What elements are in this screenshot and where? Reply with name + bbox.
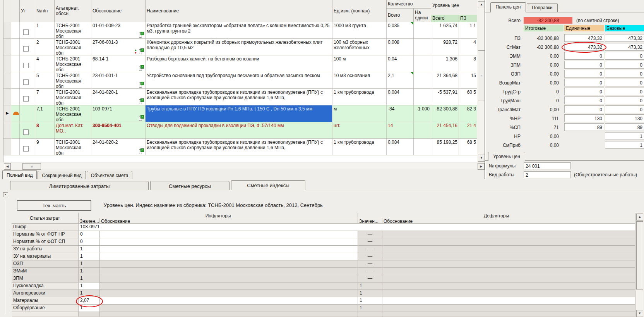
approve-checkbox[interactable] <box>23 29 29 35</box>
work-kind-input[interactable]: 2 <box>524 171 571 178</box>
header-qty-per[interactable]: На едини <box>414 9 431 22</box>
vertical-scroll-thumb[interactable]: ≡ <box>478 50 485 100</box>
col-inflator-value[interactable]: Значен... <box>79 218 100 224</box>
group-deflators[interactable]: Дефляторы <box>358 213 635 218</box>
table-row[interactable]: 7ТСНБ-2001 Московская обл24-01-020-1✓Бес… <box>3 89 477 105</box>
item-name-cell[interactable]: Разборка бортовых камней: на бетонном ос… <box>146 55 332 72</box>
table-row[interactable]: 2ТСНБ-2001 Московская обл27-06-001-3▲▼✓Ж… <box>3 39 477 55</box>
inflator-value-cell[interactable]: 1 <box>79 305 100 312</box>
col-deflator-value[interactable]: Значен... <box>358 218 382 224</box>
price-baz-input[interactable]: 0 <box>605 52 644 60</box>
deflator-value-cell[interactable]: — <box>358 246 382 253</box>
price-edin-input[interactable]: 130 <box>564 114 604 122</box>
item-name-cell[interactable]: Отводы для подземной прокладки в изоляци… <box>146 122 332 138</box>
index-table-row[interactable]: ЗУ на работы1— <box>12 246 635 253</box>
group-inflators[interactable]: Инфляторы <box>79 213 358 218</box>
item-name-cell[interactable]: Жемонтаж дорожных покрытий из сборных пр… <box>146 39 332 55</box>
deflator-value-cell[interactable]: — <box>358 253 382 260</box>
index-table-row[interactable]: Норматив % от ФОТ НР0— <box>12 231 635 238</box>
bottom-vertical-scrollbar[interactable]: ▲ ▼ <box>635 213 643 317</box>
tab-price-panel[interactable]: Панель цен <box>490 2 526 12</box>
header-justification[interactable]: Обоснование <box>91 0 146 22</box>
deflator-value-cell[interactable] <box>358 312 382 317</box>
price-baz-input[interactable]: 130 <box>605 114 644 122</box>
deflator-justification-cell[interactable] <box>382 283 635 290</box>
note-icon[interactable]: ✓ <box>139 32 144 38</box>
item-name-cell[interactable]: Трубы стальные в ППУ ПЭ изоляции Pn 1,6 … <box>146 105 332 122</box>
deflator-value-cell[interactable]: 1 <box>358 290 382 297</box>
deflator-value-cell[interactable]: — <box>358 275 382 283</box>
price-baz-input[interactable]: 0 <box>605 79 644 86</box>
inflator-value-cell[interactable]: 1 <box>79 275 100 283</box>
inflator-justification-cell[interactable] <box>100 238 358 246</box>
approve-checkbox[interactable] <box>23 129 29 135</box>
price-baz-input[interactable]: 0 <box>605 61 644 69</box>
price-edin-input[interactable]: 89 <box>564 123 604 131</box>
header-price-level[interactable]: Уровень цен <box>431 0 477 15</box>
scroll-up-button[interactable]: ▲ <box>478 1 485 8</box>
price-baz-input[interactable]: 0 <box>605 70 644 78</box>
item-name-cell[interactable]: Разработка траншей экскаватором «обратна… <box>146 22 332 38</box>
index-table-row[interactable]: ОЗП1— <box>12 260 635 268</box>
deflator-value-cell[interactable]: — <box>358 238 382 246</box>
price-edin-input[interactable]: 0 <box>564 88 604 95</box>
item-name-cell[interactable]: Бесканальная прокладка трубопроводов в и… <box>146 139 332 155</box>
formula-number-input[interactable]: 24 001 <box>524 162 571 169</box>
deflator-value-cell[interactable]: — <box>358 260 382 268</box>
inflator-justification-cell[interactable] <box>100 275 358 283</box>
header-alt[interactable]: Альтернат. обосн. <box>55 0 91 22</box>
col-cost-item[interactable]: Статья затрат <box>12 213 79 224</box>
price-baz-input[interactable]: 473,32 <box>605 34 644 42</box>
inflator-value-cell[interactable]: 103-0971 <box>79 224 635 231</box>
deflator-value-cell[interactable]: — <box>358 268 382 275</box>
tab-limited-costs[interactable]: Лимитированные затраты <box>10 181 149 190</box>
deflator-justification-cell[interactable] <box>382 246 635 253</box>
tab-short-view[interactable]: Сокращенный вид <box>38 171 86 179</box>
index-table-row[interactable]: Оборудование11 <box>12 305 635 312</box>
approve-checkbox[interactable] <box>23 63 29 68</box>
price-baz-input[interactable]: 89 <box>605 123 644 131</box>
scroll-down-button[interactable]: ▼ <box>636 310 643 317</box>
approve-checkbox[interactable] <box>23 96 29 102</box>
note-icon[interactable]: ✓ <box>139 48 144 54</box>
note-icon[interactable]: ✓ <box>139 115 144 121</box>
deflator-value-cell[interactable]: 1 <box>358 305 382 312</box>
close-pane-button[interactable]: × <box>3 192 8 197</box>
deflator-justification-cell[interactable] <box>382 253 635 260</box>
tab-estimate-indexes[interactable]: Сметные индексы <box>231 180 305 190</box>
deflator-value-cell[interactable]: 1 <box>358 297 382 305</box>
deflator-justification-cell[interactable] <box>382 231 635 238</box>
scroll-down-button[interactable]: ▼ <box>478 155 485 162</box>
header-num[interactable]: №п/п <box>35 0 55 22</box>
deflator-justification-cell[interactable] <box>382 275 635 283</box>
inflator-value-cell[interactable]: 0 <box>79 238 100 246</box>
scroll-right-button[interactable]: ▶ <box>478 163 485 170</box>
deflator-justification-cell[interactable] <box>382 238 635 246</box>
price-edin-input[interactable]: 0 <box>564 79 604 86</box>
pane-splitter[interactable] <box>4 199 5 315</box>
index-table-row[interactable]: ЗУ на материалы1— <box>12 253 635 260</box>
inflator-justification-cell[interactable] <box>100 312 358 317</box>
index-table-row[interactable] <box>12 312 635 317</box>
tab-price-level[interactable]: Уровень цен <box>488 152 525 161</box>
price-baz-input[interactable]: 0 <box>605 96 644 104</box>
table-row[interactable]: 1ТСНБ-2001 Московская обл01-01-009-23✓Ра… <box>3 22 477 39</box>
inflator-justification-cell[interactable] <box>100 246 358 253</box>
price-baz-input[interactable]: 1 <box>605 132 644 140</box>
index-table-row[interactable]: Норматив % от ФОТ СП0— <box>12 238 635 246</box>
item-name-cell[interactable]: Устройство основания под трубопроводы пе… <box>146 72 332 88</box>
header-unit[interactable]: Ед.изм. (полная) <box>332 0 387 22</box>
note-icon[interactable]: ✓ <box>139 98 144 104</box>
price-edin-input[interactable]: 473,32 <box>564 43 604 51</box>
index-table-row[interactable]: Пусконаладка11 <box>12 283 635 290</box>
price-baz-input[interactable]: 473,32 <box>605 43 644 51</box>
table-row[interactable]: 8Доп.мат. Кат. МО.,300-9504-401Отводы дл… <box>3 122 477 139</box>
table-vertical-scrollbar[interactable]: ▲ ≡ ▼ <box>477 0 485 162</box>
table-row[interactable]: ▶7,1ТСНБ-2001 Московская обл103-0971✓Тру… <box>3 105 477 122</box>
note-icon[interactable]: ✓ <box>139 148 144 154</box>
index-table-row[interactable]: ЭМиМ1— <box>12 268 635 275</box>
inflator-value-cell[interactable]: 1 <box>79 283 100 290</box>
price-baz-input[interactable]: 0 <box>605 105 644 113</box>
index-table-row[interactable]: Автоперевозки11 <box>12 290 635 297</box>
inflator-value-cell[interactable]: 1 <box>79 268 100 275</box>
